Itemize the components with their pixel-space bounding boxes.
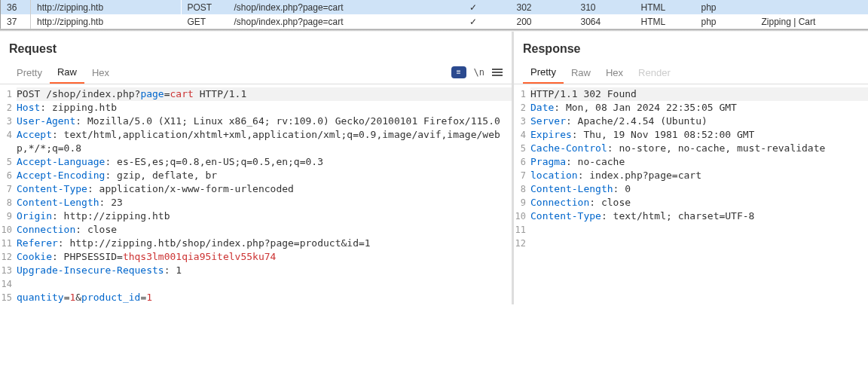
tab-hex[interactable]: Hex [84, 64, 117, 83]
cell-num: 36 [1, 0, 31, 14]
tab-raw[interactable]: Raw [564, 64, 598, 83]
tab-pretty[interactable]: Pretty [9, 64, 50, 83]
cell-status: 302 [511, 0, 575, 14]
cell-status: 200 [511, 14, 575, 29]
request-tabs: Pretty Raw Hex ≡ \n [0, 63, 512, 84]
newline-icon[interactable]: \n [474, 67, 484, 78]
cell-method: POST [182, 0, 228, 14]
tab-raw[interactable]: Raw [50, 63, 84, 84]
request-title: Request [0, 32, 512, 63]
cell-url: /shop/index.php?page=cart [228, 0, 436, 14]
cell-title [756, 0, 869, 14]
response-body[interactable]: 1HTTP/1.1 302 Found 2Date: Mon, 08 Jan 2… [514, 84, 868, 250]
response-title: Response [514, 32, 868, 63]
cell-host: http://zipping.htb [31, 14, 182, 29]
cell-method: GET [182, 14, 228, 29]
table-row[interactable]: 36 http://zipping.htb POST /shop/index.p… [1, 0, 869, 14]
cell-num: 37 [1, 14, 31, 29]
request-body[interactable]: 1POST /shop/index.php?page=cart HTTP/1.1… [0, 84, 512, 304]
actions-icon[interactable]: ≡ [451, 66, 466, 78]
cell-mime: HTML [635, 14, 695, 29]
tab-render[interactable]: Render [631, 64, 678, 83]
cell-host: http://zipping.htb [31, 0, 182, 14]
cell-title: Zipping | Cart [756, 14, 869, 29]
request-panel: Request Pretty Raw Hex ≡ \n 1POST /shop/… [0, 32, 514, 304]
cell-length: 3064 [575, 14, 635, 29]
response-panel: Response Pretty Raw Hex Render 1HTTP/1.1… [514, 32, 868, 304]
cell-length: 310 [575, 0, 635, 14]
table-row[interactable]: 37 http://zipping.htb GET /shop/index.ph… [1, 14, 869, 29]
response-tabs: Pretty Raw Hex Render [514, 63, 868, 84]
cell-ext: php [695, 14, 756, 29]
cell-edited: ✓ [436, 0, 511, 14]
cell-mime: HTML [635, 0, 695, 14]
tab-hex[interactable]: Hex [598, 64, 631, 83]
menu-icon[interactable] [492, 69, 503, 76]
tab-pretty[interactable]: Pretty [523, 63, 564, 84]
cell-ext: php [695, 0, 756, 14]
cell-url: /shop/index.php?page=cart [228, 14, 436, 29]
history-table[interactable]: 36 http://zipping.htb POST /shop/index.p… [0, 0, 868, 29]
cell-edited: ✓ [436, 14, 511, 29]
